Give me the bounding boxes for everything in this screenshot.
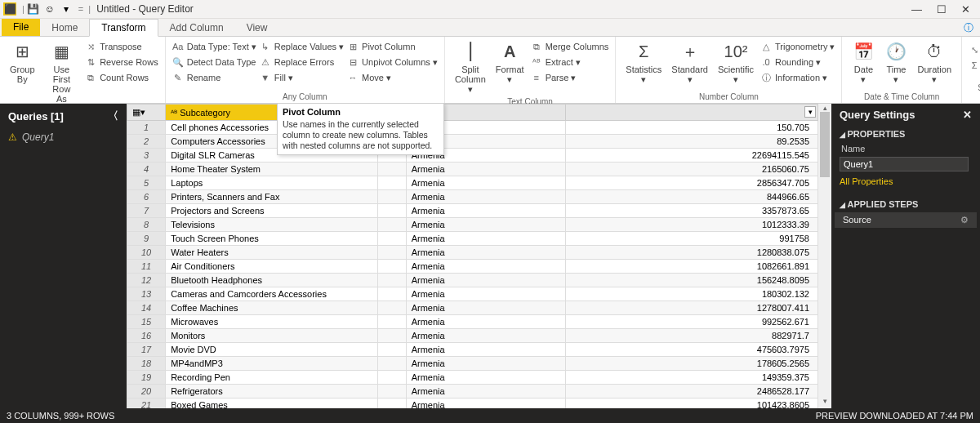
- home-tab[interactable]: Home: [40, 19, 89, 36]
- cell-country[interactable]: Armenia: [406, 329, 565, 343]
- cell-subcategory[interactable]: Touch Screen Phones: [166, 232, 378, 246]
- vertical-scrollbar[interactable]: ▴ ▾: [818, 104, 831, 408]
- cell-subcategory[interactable]: Refrigerators: [166, 385, 378, 399]
- table-row[interactable]: 12Bluetooth HeadphonesArmenia156248.8095: [127, 274, 818, 287]
- cell-subcategory[interactable]: Microwaves: [166, 315, 378, 329]
- rownum-header[interactable]: ▦▾: [127, 105, 166, 121]
- cell-country[interactable]: Armenia: [406, 246, 565, 260]
- unpivot-columns-button[interactable]: ⊟Unpivot Columns ▾: [345, 56, 439, 69]
- cell-subcategory[interactable]: Boxed Games: [166, 399, 378, 409]
- table-row[interactable]: 9Touch Screen PhonesArmenia991758: [127, 232, 818, 246]
- date-button[interactable]: 📅Date ▾: [847, 38, 880, 86]
- maximize-button[interactable]: ☐: [937, 3, 947, 16]
- scientific-button[interactable]: 10²Scientific ▾: [713, 38, 759, 86]
- table-row[interactable]: 11Air ConditionersArmenia1082661.891: [127, 260, 818, 274]
- cell-country[interactable]: Armenia: [406, 343, 565, 357]
- cell-subcategory[interactable]: Projectors and Screens: [166, 204, 378, 218]
- cell-country[interactable]: Armenia: [406, 301, 565, 315]
- cell-value[interactable]: 475603.7975: [565, 343, 817, 357]
- cell-country[interactable]: Armenia: [406, 176, 565, 190]
- minimize-button[interactable]: —: [911, 3, 922, 16]
- addcolumn-tab[interactable]: Add Column: [158, 19, 235, 36]
- cell-value[interactable]: 2165060.75: [565, 163, 817, 176]
- count-rows-button[interactable]: ⧉Count Rows: [83, 71, 160, 85]
- cell-subcategory[interactable]: Televisions: [166, 218, 378, 232]
- column-header-value[interactable]: ▾: [565, 105, 817, 121]
- cell-value[interactable]: 156248.8095: [565, 274, 817, 287]
- cell-value[interactable]: 89.2535: [565, 135, 817, 149]
- cell-value[interactable]: 149359.375: [565, 371, 817, 385]
- table-row[interactable]: 3Digital SLR CamerasArmenia22694115.545: [127, 149, 818, 163]
- rename-button[interactable]: ✎Rename: [171, 71, 258, 85]
- table-row[interactable]: 10Water HeatersArmenia1280838.075: [127, 246, 818, 260]
- all-properties-link[interactable]: All Properties: [831, 173, 980, 189]
- cell-value[interactable]: 180302.132: [565, 287, 817, 301]
- rounding-button[interactable]: .0Rounding ▾: [759, 56, 836, 69]
- table-row[interactable]: 17Movie DVDArmenia475603.7975: [127, 343, 818, 357]
- table-row[interactable]: 19Recording PenArmenia149359.375: [127, 371, 818, 385]
- transform-tab[interactable]: Transform: [89, 19, 158, 37]
- cell-value[interactable]: 1278007.411: [565, 301, 817, 315]
- transpose-button[interactable]: ⤭Transpose: [83, 40, 160, 54]
- cell-value[interactable]: 844966.65: [565, 190, 817, 204]
- close-settings-icon[interactable]: ✕: [963, 109, 972, 121]
- view-tab[interactable]: View: [235, 19, 279, 36]
- table-row[interactable]: 20RefrigeratorsArmenia2486528.177: [127, 385, 818, 399]
- cell-country[interactable]: Armenia: [406, 399, 565, 409]
- cell-value[interactable]: 991758: [565, 232, 817, 246]
- cell-value[interactable]: 150.705: [565, 121, 817, 135]
- cell-subcategory[interactable]: Bluetooth Headphones: [166, 274, 378, 287]
- cell-value[interactable]: 992562.671: [565, 315, 817, 329]
- table-row[interactable]: 16MonitorsArmenia882971.7: [127, 329, 818, 343]
- cell-value[interactable]: 22694115.545: [565, 149, 817, 163]
- cell-subcategory[interactable]: Printers, Scanners and Fax: [166, 190, 378, 204]
- gear-icon[interactable]: ⚙: [960, 215, 969, 225]
- cell-country[interactable]: Armenia: [406, 163, 565, 176]
- duration-button[interactable]: ⏱Duration ▾: [912, 38, 956, 86]
- save-icon[interactable]: 💾: [27, 2, 40, 16]
- cell-subcategory[interactable]: Air Conditioners: [166, 260, 378, 274]
- column-dropdown-icon[interactable]: ▾: [804, 106, 816, 118]
- cell-country[interactable]: Armenia: [406, 260, 565, 274]
- cell-value[interactable]: 3357873.65: [565, 204, 817, 218]
- datatype-button[interactable]: AaData Type: Text ▾: [171, 40, 258, 54]
- cell-country[interactable]: Armenia: [406, 357, 565, 371]
- cell-value[interactable]: 178605.2565: [565, 357, 817, 371]
- cell-country[interactable]: Armenia: [406, 287, 565, 301]
- cell-value[interactable]: 1082661.891: [565, 260, 817, 274]
- table-row[interactable]: 6Printers, Scanners and FaxArmenia844966…: [127, 190, 818, 204]
- help-icon[interactable]: ⓘ: [964, 21, 973, 35]
- table-row[interactable]: 15MicrowavesArmenia992562.671: [127, 315, 818, 329]
- file-tab[interactable]: File: [2, 19, 40, 36]
- cell-value[interactable]: 2486528.177: [565, 385, 817, 399]
- table-row[interactable]: 1Cell phones AccessoriesArm150.705: [127, 121, 818, 135]
- scroll-down-icon[interactable]: ▾: [818, 397, 831, 408]
- replace-values-button[interactable]: ↳Replace Values ▾: [258, 40, 345, 54]
- query-name-input[interactable]: [840, 157, 969, 171]
- data-grid[interactable]: ▦▾ ᴬᴮ Subcategory ▾ ᴬᴮ ▾ 1Cell phones Ac…: [127, 104, 818, 408]
- move-button[interactable]: ↔Move ▾: [345, 71, 439, 85]
- scroll-thumb[interactable]: [820, 112, 830, 177]
- table-row[interactable]: 8TelevisionsArmenia1012333.39: [127, 218, 818, 232]
- cell-country[interactable]: Armenia: [406, 315, 565, 329]
- cell-subcategory[interactable]: Laptops: [166, 176, 378, 190]
- reverse-rows-button[interactable]: ⇅Reverse Rows: [83, 56, 160, 69]
- cell-country[interactable]: Armenia: [406, 204, 565, 218]
- cell-value[interactable]: 101423.8605: [565, 399, 817, 409]
- expand-button[interactable]: ⤡Expand: [967, 43, 980, 57]
- split-column-button[interactable]: ⎮Split Column ▾: [450, 38, 491, 96]
- aggregate-button[interactable]: ΣAggregate: [967, 59, 980, 73]
- statistics-button[interactable]: ΣStatistics ▾: [621, 38, 666, 86]
- cell-country[interactable]: Armenia: [406, 218, 565, 232]
- detect-datatype-button[interactable]: 🔍Detect Data Type: [171, 56, 258, 69]
- cell-subcategory[interactable]: Home Theater System: [166, 163, 378, 176]
- table-row[interactable]: 13Cameras and Camcorders AccessoriesArme…: [127, 287, 818, 301]
- table-row[interactable]: 4Home Theater SystemArmenia2165060.75: [127, 163, 818, 176]
- time-button[interactable]: 🕐Time ▾: [880, 38, 912, 86]
- applied-step-source[interactable]: Source ⚙: [835, 212, 977, 228]
- cell-country[interactable]: Armenia: [406, 371, 565, 385]
- table-row[interactable]: 5LaptopsArmenia2856347.705: [127, 176, 818, 190]
- cell-value[interactable]: 2856347.705: [565, 176, 817, 190]
- pivot-column-button[interactable]: ⊞Pivot Column: [345, 40, 439, 54]
- cell-subcategory[interactable]: Movie DVD: [166, 343, 378, 357]
